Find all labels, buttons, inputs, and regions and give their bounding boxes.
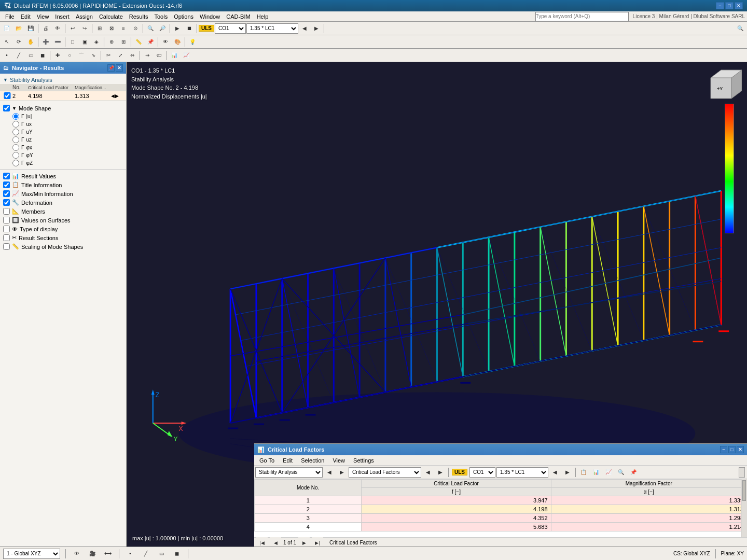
tb10[interactable]: ⏹ bbox=[184, 23, 195, 34]
workspace-combo[interactable]: 1 - Global XYZ bbox=[3, 549, 60, 559]
bp-table-next[interactable]: ▶ bbox=[435, 467, 446, 478]
nav-pin[interactable]: 📌 bbox=[107, 64, 115, 72]
tb8[interactable]: 🔎 bbox=[157, 23, 168, 34]
page-last[interactable]: ▶| bbox=[312, 537, 323, 547]
snap-btn[interactable]: ⊕ bbox=[106, 36, 117, 48]
table-row[interactable]: 4 5.683 1.214 bbox=[255, 523, 747, 531]
bp-menu-settings[interactable]: Settings bbox=[350, 456, 377, 465]
menu-file[interactable]: File bbox=[2, 12, 18, 21]
minimize-button[interactable]: − bbox=[716, 2, 724, 9]
search-input[interactable] bbox=[535, 12, 629, 21]
color-btn[interactable]: 🎨 bbox=[172, 36, 183, 48]
mirror-btn[interactable]: ⇔ bbox=[127, 50, 138, 61]
page-first[interactable]: |◀ bbox=[256, 537, 268, 547]
window-controls[interactable]: − □ ✕ bbox=[716, 2, 743, 9]
nav-members[interactable]: 📐 Members bbox=[0, 207, 126, 216]
tb9[interactable]: ▶ bbox=[172, 23, 183, 34]
save-btn[interactable]: 💾 bbox=[25, 23, 36, 34]
nav-scaling-mode-shapes[interactable]: 📏 Scaling of Mode Shapes bbox=[0, 242, 126, 251]
sb-solid[interactable]: ◼ bbox=[171, 548, 183, 559]
bp-co-combo[interactable]: CO1 bbox=[469, 467, 495, 478]
bp-lc-combo[interactable]: 1.35 * LC1 bbox=[496, 467, 548, 478]
menu-help[interactable]: Help bbox=[254, 12, 272, 21]
mode-uz[interactable]: Γ uz bbox=[0, 136, 126, 144]
label-btn[interactable]: 🏷 bbox=[154, 50, 165, 61]
viewport[interactable]: CO1 - 1.35 * LC1 Stability Analysis Mode… bbox=[127, 62, 747, 547]
result2-btn[interactable]: 📈 bbox=[181, 50, 192, 61]
menu-insert[interactable]: Insert bbox=[52, 12, 73, 21]
tb-prev[interactable]: ◀ bbox=[299, 23, 310, 34]
row-next[interactable]: ▶ bbox=[115, 93, 119, 99]
select-btn[interactable]: ↖ bbox=[1, 36, 12, 48]
nav-result-values[interactable]: 📊 Result Values bbox=[0, 172, 126, 180]
bp-lc-prev[interactable]: ◀ bbox=[549, 467, 561, 478]
undo-btn[interactable]: ↩ bbox=[67, 23, 78, 34]
menu-assign[interactable]: Assign bbox=[73, 12, 96, 21]
spline-btn[interactable]: ∿ bbox=[88, 50, 99, 61]
bp-scrollbar-right[interactable] bbox=[739, 467, 745, 478]
bp-close[interactable]: ✕ bbox=[737, 446, 744, 453]
menu-results[interactable]: Results bbox=[126, 12, 151, 21]
bp-next[interactable]: ▶ bbox=[336, 467, 348, 478]
solid-btn[interactable]: ◼ bbox=[37, 50, 48, 61]
zoom-out[interactable]: ➖ bbox=[52, 36, 63, 48]
circle-btn[interactable]: ○ bbox=[64, 50, 75, 61]
nav-type-display[interactable]: 👁 Type of display bbox=[0, 225, 126, 233]
nav-controls[interactable]: 📌 ✕ bbox=[107, 64, 123, 72]
render-btn[interactable]: 💡 bbox=[187, 36, 198, 48]
maximize-button[interactable]: □ bbox=[725, 2, 734, 9]
open-btn[interactable]: 📂 bbox=[13, 23, 24, 34]
row-checkbox[interactable] bbox=[2, 92, 12, 99]
table-scrollbar-v[interactable] bbox=[741, 479, 747, 537]
bp-menu-selection[interactable]: Selection bbox=[298, 456, 327, 465]
mode-shape-toggle[interactable]: ▼ Mode Shape bbox=[0, 104, 126, 113]
arc-btn[interactable]: ⌒ bbox=[76, 50, 87, 61]
table-row-selected[interactable]: 2 4.198 1.313 bbox=[255, 505, 747, 514]
close-button[interactable]: ✕ bbox=[735, 2, 743, 9]
mode-phiy[interactable]: Γ φY bbox=[0, 151, 126, 159]
row-nav-arrows[interactable]: ◀ ▶ bbox=[111, 93, 126, 99]
measure-btn[interactable]: 📏 bbox=[133, 36, 144, 48]
sb-btn3[interactable]: ⟷ bbox=[102, 548, 114, 559]
mode-u-abs[interactable]: Γ |u| bbox=[0, 113, 126, 120]
print-btn[interactable]: 🖨 bbox=[40, 23, 51, 34]
display-btn[interactable]: 👁 bbox=[160, 36, 171, 48]
tb-next[interactable]: ▶ bbox=[311, 23, 322, 34]
menu-window[interactable]: Window bbox=[197, 12, 223, 21]
view-top[interactable]: ▣ bbox=[79, 36, 90, 48]
sb-surf[interactable]: ▭ bbox=[156, 548, 167, 559]
bp-menu-edit[interactable]: Edit bbox=[280, 456, 296, 465]
row-prev[interactable]: ◀ bbox=[111, 93, 115, 99]
mode-phix[interactable]: Γ φx bbox=[0, 144, 126, 151]
analysis-type-row[interactable]: ▼ Stability Analysis bbox=[0, 76, 126, 84]
bp-menu-goto[interactable]: Go To bbox=[256, 456, 278, 465]
nav-close[interactable]: ✕ bbox=[116, 64, 123, 72]
mode-shape-checkbox[interactable] bbox=[3, 105, 10, 111]
tb3[interactable]: ⊞ bbox=[94, 23, 105, 34]
tb4[interactable]: ⊠ bbox=[106, 23, 117, 34]
lc-combo[interactable]: 1.35 * LC1 bbox=[246, 23, 298, 34]
bp-tb2[interactable]: 📊 bbox=[590, 467, 602, 478]
cross-btn[interactable]: ✚ bbox=[52, 50, 63, 61]
scrollbar-thumb[interactable] bbox=[742, 480, 746, 501]
bp-menu-view[interactable]: View bbox=[329, 456, 348, 465]
redo-btn[interactable]: ↪ bbox=[79, 23, 90, 34]
nav-title-info[interactable]: 📋 Title Information bbox=[0, 180, 126, 189]
bp-tb4[interactable]: 🔍 bbox=[615, 467, 627, 478]
table-row[interactable]: 3 4.352 1.298 bbox=[255, 514, 747, 523]
co-combo[interactable]: CO1 bbox=[215, 23, 246, 34]
pan-btn[interactable]: ✋ bbox=[25, 36, 36, 48]
sb-line[interactable]: ╱ bbox=[140, 548, 151, 559]
nav-table-row[interactable]: 2 4.198 1.313 ◀ ▶ bbox=[0, 91, 126, 101]
grid-btn[interactable]: ⊞ bbox=[118, 36, 129, 48]
mode-phiz[interactable]: Γ φZ bbox=[0, 159, 126, 167]
sb-btn2[interactable]: 🎥 bbox=[87, 548, 98, 559]
bp-tb5[interactable]: 📌 bbox=[628, 467, 639, 478]
extend-btn[interactable]: ⤢ bbox=[115, 50, 126, 61]
line-btn[interactable]: ╱ bbox=[13, 50, 24, 61]
view-3d[interactable]: ◈ bbox=[91, 36, 102, 48]
print-preview-btn[interactable]: 👁 bbox=[52, 23, 63, 34]
mode-ux[interactable]: Γ ux bbox=[0, 120, 126, 128]
bp-tb1[interactable]: 📋 bbox=[578, 467, 589, 478]
page-prev[interactable]: ◀ bbox=[270, 537, 281, 547]
